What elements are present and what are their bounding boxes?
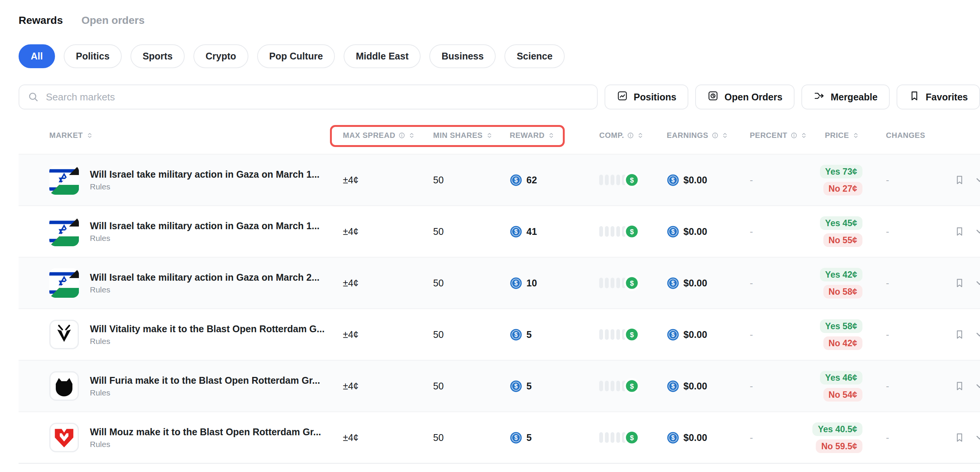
column-header-min-shares[interactable]: MIN SHARES [433, 131, 510, 140]
bookmark-icon[interactable] [954, 381, 965, 391]
yes-price-pill[interactable]: Yes 42¢ [820, 268, 862, 282]
sort-icon [548, 132, 554, 139]
sort-icon [722, 132, 728, 139]
open-orders-icon [707, 90, 719, 104]
reward-value: 5 [527, 329, 532, 340]
chevron-down-icon[interactable] [974, 380, 980, 392]
max-spread-value: ±4¢ [343, 175, 433, 185]
mergeable-button[interactable]: Mergeable [801, 84, 890, 109]
no-price-pill[interactable]: No 59.5¢ [816, 439, 862, 453]
yes-price-pill[interactable]: Yes 73¢ [820, 165, 862, 178]
no-price-pill[interactable]: No 54¢ [823, 388, 862, 402]
svg-text:$: $ [514, 280, 518, 287]
yes-price-pill[interactable]: Yes 40.5¢ [812, 422, 862, 436]
sort-icon [409, 132, 415, 139]
rules-link[interactable]: Rules [90, 337, 110, 346]
tab-rewards[interactable]: Rewards [19, 14, 63, 27]
filter-science[interactable]: Science [504, 44, 565, 68]
market-title[interactable]: Will Furia make it to the Blast Open Rot… [90, 375, 320, 386]
table-row[interactable]: Will Israel take military action in Gaza… [19, 154, 980, 205]
earnings-cell: $ $0.00 [667, 328, 750, 341]
chevron-down-icon[interactable] [974, 277, 980, 289]
filter-sports[interactable]: Sports [130, 44, 185, 68]
column-header-market[interactable]: MARKET [49, 131, 343, 140]
svg-text:$: $ [671, 280, 675, 287]
usdc-coin-icon: $ [510, 225, 522, 238]
bookmark-icon [909, 90, 920, 104]
earnings-cell: $ $0.00 [667, 380, 750, 393]
filter-pop-culture[interactable]: Pop Culture [257, 44, 335, 68]
israel-palestine-flag-icon [49, 268, 79, 298]
column-header-changes: CHANGES [872, 131, 940, 140]
chevron-down-icon[interactable] [974, 174, 980, 185]
usdc-coin-icon: $ [667, 277, 679, 290]
earnings-value: $0.00 [683, 175, 707, 185]
filter-all[interactable]: All [19, 44, 55, 68]
positions-label: Positions [634, 92, 676, 103]
row-actions [940, 432, 980, 443]
column-header-price[interactable]: PRICE [814, 131, 872, 140]
table-row[interactable]: Will Vitality make it to the Blast Open … [19, 308, 980, 360]
column-header-earnings[interactable]: EARNINGS [667, 131, 750, 140]
table-row[interactable]: Will Israel take military action in Gaza… [19, 205, 980, 257]
changes-value: - [872, 381, 940, 392]
rules-link[interactable]: Rules [90, 285, 110, 295]
svg-text:$: $ [630, 434, 634, 442]
chevron-down-icon[interactable] [974, 329, 980, 340]
price-cell: Yes 45¢ No 55¢ [814, 216, 872, 247]
positions-icon [617, 90, 628, 104]
column-header-max-spread[interactable]: MAX SPREAD [343, 131, 433, 140]
table-row[interactable]: Will Mouz make it to the Blast Open Rott… [19, 412, 980, 463]
percent-value: - [750, 432, 814, 443]
svg-text:$: $ [630, 176, 634, 184]
price-cell: Yes 73¢ No 27¢ [814, 165, 872, 195]
row-actions [940, 329, 980, 340]
tab-open-orders[interactable]: Open orders [81, 14, 145, 27]
rules-link[interactable]: Rules [90, 234, 110, 243]
table-body: Will Israel take military action in Gaza… [19, 154, 980, 464]
market-title[interactable]: Will Israel take military action in Gaza… [90, 220, 320, 232]
earnings-value: $0.00 [683, 432, 707, 443]
filter-crypto[interactable]: Crypto [193, 44, 248, 68]
search-input[interactable] [19, 84, 598, 109]
max-spread-value: ±4¢ [343, 226, 433, 237]
bookmark-icon[interactable] [954, 226, 965, 237]
chevron-down-icon[interactable] [974, 226, 980, 237]
no-price-pill[interactable]: No 55¢ [823, 233, 862, 247]
filter-middle-east[interactable]: Middle East [344, 44, 421, 68]
bookmark-icon[interactable] [954, 175, 965, 185]
column-header-reward[interactable]: REWARD [510, 131, 599, 140]
usdc-coin-icon: $ [510, 174, 522, 186]
vitality-logo-icon [49, 320, 79, 349]
yes-price-pill[interactable]: Yes 58¢ [820, 319, 862, 333]
bookmark-icon[interactable] [954, 278, 965, 288]
rules-link[interactable]: Rules [90, 440, 110, 449]
market-title[interactable]: Will Vitality make it to the Blast Open … [90, 323, 325, 335]
table-row[interactable]: Will Israel take military action in Gaza… [19, 257, 980, 308]
filter-politics[interactable]: Politics [64, 44, 122, 68]
market-title[interactable]: Will Israel take military action in Gaza… [90, 169, 320, 180]
usdc-coin-icon: $ [667, 174, 679, 186]
column-header-percent[interactable]: PERCENT [750, 131, 814, 140]
market-title[interactable]: Will Mouz make it to the Blast Open Rott… [90, 426, 321, 438]
table-row[interactable]: Will Furia make it to the Blast Open Rot… [19, 360, 980, 412]
market-title[interactable]: Will Israel take military action in Gaza… [90, 272, 320, 284]
filter-business[interactable]: Business [429, 44, 496, 68]
favorites-button[interactable]: Favorites [897, 84, 980, 109]
yes-price-pill[interactable]: Yes 46¢ [820, 371, 862, 385]
chevron-down-icon[interactable] [974, 432, 980, 443]
reward-cell: $ 10 [510, 277, 599, 290]
no-price-pill[interactable]: No 27¢ [823, 182, 862, 195]
yes-price-pill[interactable]: Yes 45¢ [820, 216, 862, 230]
bookmark-icon[interactable] [954, 432, 965, 443]
completion-meter: $ [599, 378, 667, 394]
open-orders-button[interactable]: Open Orders [695, 84, 795, 109]
rules-link[interactable]: Rules [90, 182, 110, 191]
rules-link[interactable]: Rules [90, 388, 110, 398]
bookmark-icon[interactable] [954, 329, 965, 340]
reward-cell: $ 62 [510, 174, 599, 186]
no-price-pill[interactable]: No 42¢ [823, 336, 862, 350]
column-header-comp[interactable]: COMP. [599, 131, 667, 140]
positions-button[interactable]: Positions [605, 84, 689, 109]
no-price-pill[interactable]: No 58¢ [823, 285, 862, 298]
